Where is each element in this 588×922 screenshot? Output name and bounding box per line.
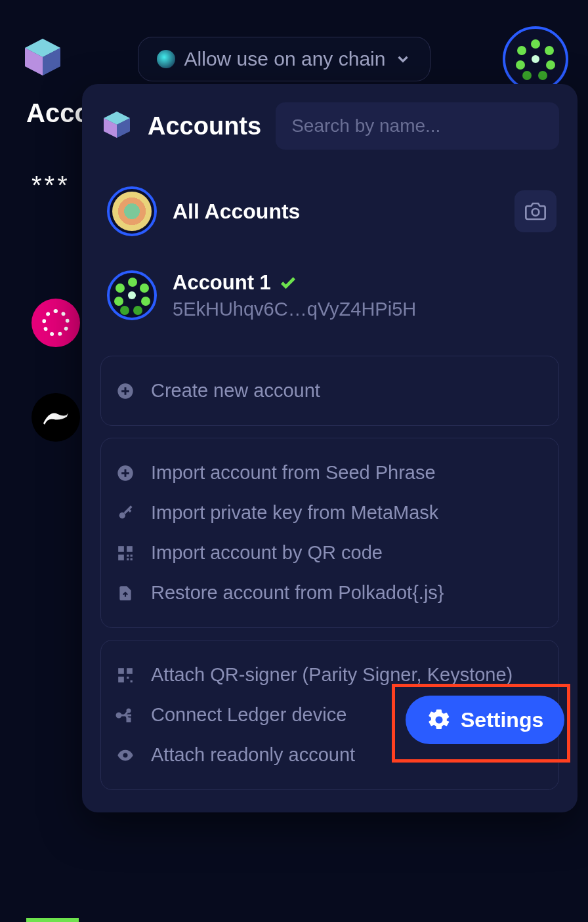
svg-rect-18: [131, 558, 133, 560]
create-account-row[interactable]: Create new account: [116, 371, 544, 411]
svg-point-27: [123, 753, 128, 757]
app-logo: [20, 36, 66, 82]
qr-icon: [116, 667, 135, 684]
eye-icon: [116, 746, 135, 765]
create-section: Create new account: [100, 356, 559, 426]
svg-rect-17: [127, 558, 129, 560]
current-account-avatar[interactable]: [503, 26, 568, 92]
bottom-accent: [26, 918, 79, 922]
chain-label: Allow use on any chain: [184, 48, 386, 70]
all-accounts-avatar: [107, 186, 157, 236]
side-icons: ***: [32, 171, 80, 442]
import-metamask-row[interactable]: Import private key from MetaMask: [116, 493, 544, 533]
svg-point-8: [532, 209, 539, 216]
svg-rect-19: [118, 668, 124, 674]
identicon: [513, 37, 558, 81]
svg-rect-21: [118, 677, 124, 682]
account-name: Account 1: [173, 271, 271, 295]
chain-icon: [157, 50, 175, 68]
kusama-network-icon[interactable]: [32, 393, 80, 442]
svg-point-24: [117, 713, 121, 717]
connect-ledger-label: Connect Ledger device: [151, 704, 346, 726]
identicon: [112, 276, 152, 315]
svg-rect-16: [131, 555, 133, 556]
search-input[interactable]: [276, 102, 559, 150]
svg-point-11: [119, 512, 125, 518]
attach-readonly-label: Attach readonly account: [151, 744, 355, 766]
polkadot-network-icon[interactable]: [32, 299, 80, 347]
svg-rect-22: [127, 677, 129, 679]
restore-polkadot-row[interactable]: Restore account from Polkadot{.js}: [116, 573, 544, 613]
import-qr-label: Import account by QR code: [151, 542, 383, 564]
import-section: Import account from Seed Phrase Import p…: [100, 438, 559, 628]
camera-button[interactable]: [514, 190, 556, 232]
import-metamask-label: Import private key from MetaMask: [151, 502, 438, 524]
svg-rect-12: [118, 546, 124, 552]
svg-rect-20: [127, 668, 133, 674]
panel-logo: [100, 110, 133, 142]
attach-qr-signer-label: Attach QR-signer (Parity Signer, Keyston…: [151, 664, 513, 686]
import-seed-row[interactable]: Import account from Seed Phrase: [116, 453, 544, 493]
svg-rect-15: [127, 555, 129, 556]
plus-circle-icon: [116, 382, 135, 400]
masked-indicator: ***: [32, 171, 80, 200]
svg-rect-13: [127, 546, 133, 552]
chain-selector[interactable]: Allow use on any chain: [138, 37, 431, 81]
create-account-label: Create new account: [151, 380, 320, 402]
check-icon: [279, 274, 297, 292]
svg-rect-23: [131, 680, 133, 682]
all-accounts-label: All Accounts: [173, 199, 300, 224]
attach-qr-signer-row[interactable]: Attach QR-signer (Parity Signer, Keyston…: [116, 655, 544, 695]
account-address: 5EkHUhqv6C…qVyZ4HPi5H: [173, 299, 416, 320]
plus-circle-icon: [116, 464, 135, 482]
all-accounts-row[interactable]: All Accounts: [100, 178, 559, 266]
settings-label: Settings: [461, 708, 543, 732]
usb-icon: [116, 707, 135, 724]
panel-header: Accounts: [100, 102, 559, 150]
account-avatar: [107, 270, 157, 320]
gear-icon: [427, 707, 452, 732]
import-seed-label: Import account from Seed Phrase: [151, 462, 436, 484]
file-upload-icon: [116, 584, 135, 602]
account-row[interactable]: Account 1 5EkHUhqv6C…qVyZ4HPi5H: [100, 266, 559, 344]
key-icon: [116, 504, 135, 522]
panel-title: Accounts: [148, 112, 261, 140]
import-qr-row[interactable]: Import account by QR code: [116, 533, 544, 573]
restore-polkadot-label: Restore account from Polkadot{.js}: [151, 582, 444, 604]
svg-rect-14: [118, 555, 124, 560]
qr-icon: [116, 545, 135, 562]
chevron-down-icon: [394, 51, 411, 68]
settings-button[interactable]: Settings: [406, 696, 564, 744]
